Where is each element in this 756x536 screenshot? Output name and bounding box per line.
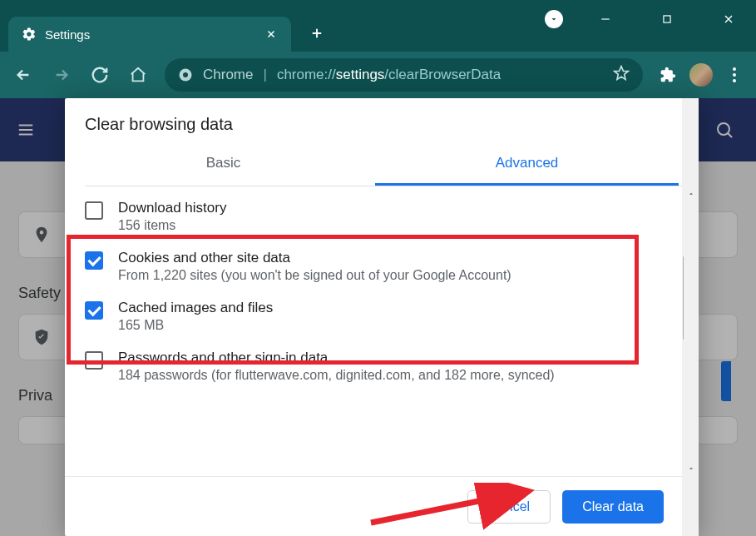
bookmark-button[interactable]: [613, 65, 630, 86]
item-title: Download history: [118, 200, 679, 216]
cancel-button[interactable]: Cancel: [467, 490, 551, 524]
window-maximize-button[interactable]: [648, 7, 686, 32]
list-item: Cookies and other site data From 1,220 s…: [85, 241, 679, 291]
clear-browsing-data-dialog: Clear browsing data Basic Advanced Downl…: [65, 98, 699, 536]
item-subtitle: 165 MB: [118, 318, 679, 333]
browser-toolbar: Chrome | chrome://settings/clearBrowserD…: [0, 52, 756, 98]
chevron-down-icon: [687, 464, 695, 473]
url-app-label: Chrome: [203, 67, 253, 83]
tab-close-button[interactable]: [264, 27, 278, 41]
star-icon: [613, 65, 630, 82]
checkbox-cache[interactable]: [85, 301, 103, 320]
reload-button[interactable]: [88, 63, 111, 87]
scroll-down-button[interactable]: [684, 461, 699, 476]
address-bar[interactable]: Chrome | chrome://settings/clearBrowserD…: [165, 58, 643, 92]
reload-icon: [91, 66, 109, 84]
tab-advanced[interactable]: Advanced: [375, 142, 679, 186]
extensions-button[interactable]: [658, 65, 678, 85]
list-item: Passwords and other sign-in data 184 pas…: [85, 341, 679, 391]
list-scrollbar[interactable]: [684, 186, 699, 476]
url-divider: |: [263, 67, 266, 83]
tab-basic[interactable]: Basic: [72, 142, 375, 186]
tab-title: Settings: [45, 27, 90, 42]
maximize-icon: [661, 13, 673, 25]
item-subtitle: 156 items: [118, 218, 679, 233]
new-tab-button[interactable]: [304, 21, 329, 46]
puzzle-icon: [660, 67, 676, 83]
item-title: Cached images and files: [118, 300, 679, 316]
home-icon: [129, 66, 147, 84]
window-minimize-button[interactable]: [586, 7, 625, 32]
svg-point-2: [183, 72, 188, 77]
update-badge[interactable]: [545, 10, 563, 28]
url-path: /clearBrowserData: [384, 67, 501, 82]
checkbox-passwords[interactable]: [85, 351, 103, 370]
svg-rect-0: [664, 16, 670, 22]
url-host: settings: [336, 67, 385, 82]
window-close-button[interactable]: [709, 7, 748, 32]
item-title: Passwords and other sign-in data: [118, 350, 679, 366]
close-icon: [265, 28, 277, 40]
item-subtitle: From 1,220 sites (you won't be signed ou…: [118, 268, 679, 283]
dialog-tabs: Basic Advanced: [72, 142, 679, 186]
list-item: Cached images and files 165 MB: [85, 291, 679, 341]
list-item: Download history 156 items: [85, 191, 679, 241]
scroll-up-button[interactable]: [684, 186, 699, 201]
chrome-menu-button[interactable]: [724, 65, 744, 85]
chevron-up-icon: [687, 190, 695, 198]
arrow-right-icon: [52, 66, 71, 84]
browser-tab-settings[interactable]: Settings: [8, 17, 291, 52]
back-button[interactable]: [12, 63, 35, 87]
gear-icon: [22, 27, 37, 42]
triangle-down-icon: [549, 14, 559, 24]
forward-button[interactable]: [50, 63, 73, 87]
chrome-icon: [178, 67, 193, 82]
minimize-icon: [600, 13, 611, 25]
close-icon: [722, 12, 735, 26]
avatar[interactable]: [689, 63, 713, 87]
item-title: Cookies and other site data: [118, 250, 679, 266]
dialog-footer: Cancel Clear data: [65, 476, 699, 536]
item-subtitle: 184 passwords (for flutterwave.com, dign…: [118, 368, 679, 383]
url-scheme: chrome://: [277, 67, 336, 82]
arrow-left-icon: [14, 66, 32, 84]
plus-icon: [309, 26, 324, 41]
checkbox-cookies[interactable]: [85, 251, 103, 270]
clear-data-button[interactable]: Clear data: [562, 490, 664, 524]
home-button[interactable]: [126, 63, 150, 87]
window-titlebar: Settings: [0, 0, 756, 52]
checkbox-download-history[interactable]: [85, 201, 103, 220]
dialog-title: Clear browsing data: [65, 98, 699, 142]
dialog-list: Download history 156 items Cookies and o…: [65, 186, 699, 476]
